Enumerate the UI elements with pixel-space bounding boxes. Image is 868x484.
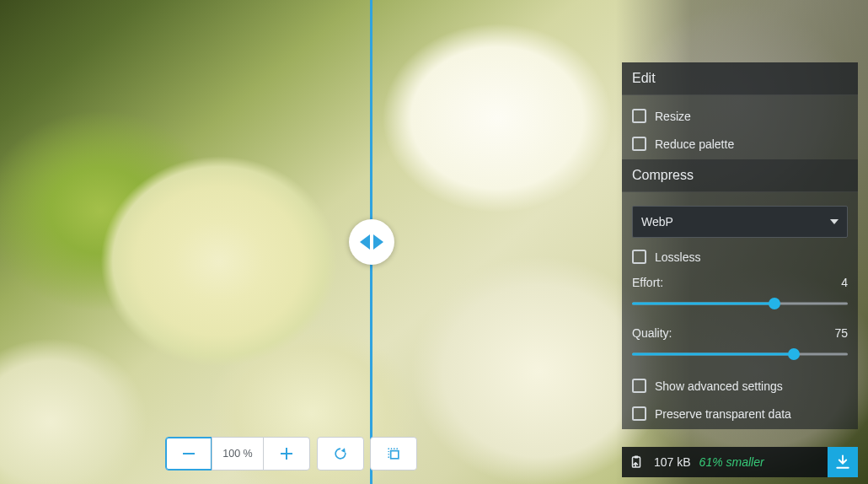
quality-slider[interactable]	[632, 348, 848, 360]
settings-panel: Edit Resize Reduce palette Compress WebP…	[622, 62, 858, 429]
resize-label: Resize	[655, 110, 691, 123]
zoom-toolbar: 100 %	[165, 437, 417, 471]
lossless-checkbox[interactable]	[632, 250, 646, 264]
preserve-alpha-label: Preserve transparent data	[655, 407, 791, 421]
edit-section-title: Edit	[622, 62, 858, 95]
effort-slider[interactable]	[632, 298, 848, 309]
zoom-in-button[interactable]	[263, 437, 310, 471]
resize-checkbox[interactable]	[632, 109, 646, 123]
quality-slider-row: Quality: 75	[632, 321, 848, 372]
reduce-palette-label: Reduce palette	[655, 137, 734, 151]
rotate-icon	[332, 445, 349, 462]
svg-rect-0	[183, 453, 195, 454]
svg-rect-12	[635, 456, 639, 459]
quality-value: 75	[834, 326, 848, 340]
edit-section: Resize Reduce palette	[622, 95, 858, 159]
svg-point-5	[391, 448, 393, 449]
advanced-label: Show advanced settings	[655, 379, 783, 393]
svg-point-4	[388, 448, 389, 449]
zoom-group: 100 %	[165, 437, 310, 471]
svg-rect-3	[391, 451, 399, 459]
output-delta: 61% smaller	[699, 455, 764, 469]
chevron-down-icon	[830, 219, 839, 224]
svg-point-10	[388, 456, 389, 458]
effort-label: Effort:	[632, 276, 663, 289]
transform-button[interactable]	[370, 437, 417, 471]
copy-button[interactable]	[622, 447, 651, 477]
download-icon	[834, 454, 851, 471]
quality-label: Quality:	[632, 326, 672, 340]
effort-slider-row: Effort: 4	[632, 271, 848, 321]
minus-icon	[181, 446, 196, 461]
svg-point-8	[388, 451, 389, 453]
zoom-level-display[interactable]: 100 %	[212, 437, 264, 471]
svg-point-9	[388, 454, 389, 455]
svg-rect-2	[286, 448, 287, 460]
compress-section: WebP Lossless Effort: 4	[622, 192, 858, 429]
lossless-label: Lossless	[655, 250, 700, 264]
chevron-left-icon	[360, 234, 370, 250]
format-select[interactable]: WebP	[632, 206, 848, 238]
compare-handle[interactable]	[349, 219, 394, 265]
advanced-checkbox[interactable]	[632, 379, 646, 393]
reduce-palette-checkbox[interactable]	[632, 137, 646, 151]
chevron-right-icon	[373, 234, 383, 250]
bounding-box-icon	[385, 445, 402, 462]
plus-icon	[279, 446, 294, 461]
zoom-out-button[interactable]	[165, 437, 212, 471]
compress-section-title: Compress	[622, 159, 858, 192]
svg-point-7	[396, 448, 398, 449]
image-compare-stage: 100 % Edit Resize	[0, 0, 868, 484]
clipboard-icon	[629, 454, 644, 470]
download-button[interactable]	[828, 447, 858, 477]
result-footer: 107 kB 61% smaller	[622, 447, 858, 477]
preserve-alpha-checkbox[interactable]	[632, 406, 646, 421]
format-selected-label: WebP	[641, 215, 673, 229]
output-size: 107 kB	[654, 455, 691, 469]
rotate-button[interactable]	[317, 437, 364, 471]
svg-point-6	[394, 448, 395, 449]
effort-value: 4	[841, 276, 848, 289]
